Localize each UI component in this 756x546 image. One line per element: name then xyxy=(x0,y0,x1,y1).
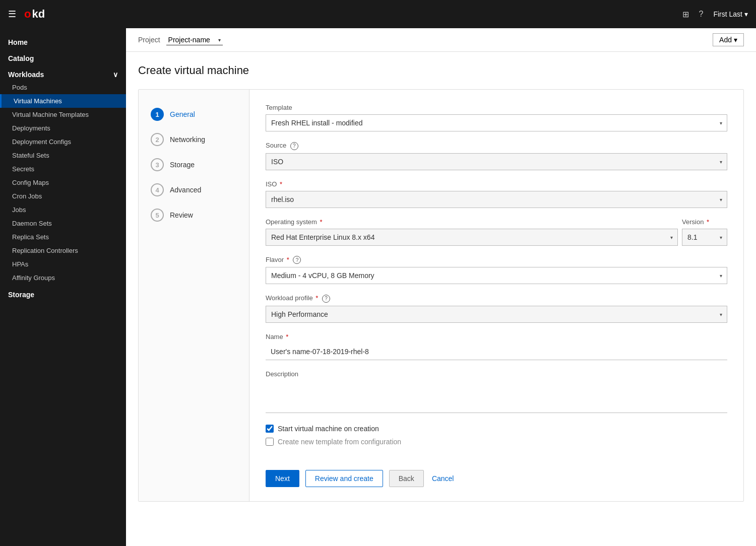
sidebar-item-virtual-machine-templates[interactable]: Virtual Machine Templates xyxy=(0,108,126,121)
wizard-step-4[interactable]: 4Advanced xyxy=(139,177,249,202)
subheader: Project Project-name ▾ Add ▾ xyxy=(126,28,756,52)
iso-select[interactable]: rhel.iso xyxy=(266,191,727,208)
os-select-wrap: Operating system * Red Hat Enterprise Li… xyxy=(266,218,678,246)
wizard-step-3[interactable]: 3Storage xyxy=(139,152,249,177)
name-input[interactable] xyxy=(266,344,727,360)
version-label: Version * xyxy=(682,218,727,226)
description-group: Description xyxy=(266,370,727,415)
template-select-wrap: Fresh RHEL install - modified ▾ xyxy=(266,114,727,131)
add-chevron-icon: ▾ xyxy=(734,36,737,44)
sidebar-item-affinity-groups[interactable]: Affinity Groups xyxy=(0,271,126,285)
topnav: ☰ o kd ⊞ ? First Last ▾ xyxy=(0,0,756,28)
sidebar-item-cron-jobs[interactable]: Cron Jobs xyxy=(0,189,126,203)
checkbox2-group: Create new template from configuration xyxy=(266,438,727,446)
workload-help-icon[interactable]: ? xyxy=(322,295,330,303)
flavor-select-wrap: Medium - 4 vCPU, 8 GB Memory ▾ xyxy=(266,267,727,284)
version-select[interactable]: 8.1 xyxy=(682,229,727,246)
step-label-1: General xyxy=(170,110,195,118)
sidebar-items: PodsVirtual MachinesVirtual Machine Temp… xyxy=(0,81,126,285)
iso-label: ISO * xyxy=(266,180,727,188)
source-select-wrap: ISO ▾ xyxy=(266,153,727,170)
step-circle-3: 3 xyxy=(151,158,164,171)
flavor-select[interactable]: Medium - 4 vCPU, 8 GB Memory xyxy=(266,267,727,284)
sidebar-item-hpas[interactable]: HPAs xyxy=(0,257,126,271)
sidebar-item-deployments[interactable]: Deployments xyxy=(0,121,126,135)
create-template-checkbox[interactable] xyxy=(266,438,274,446)
next-button[interactable]: Next xyxy=(266,470,299,487)
iso-select-wrap: rhel.iso ▾ xyxy=(266,191,727,208)
sidebar-item-secrets[interactable]: Secrets xyxy=(0,162,126,176)
wizard-step-2[interactable]: 2Networking xyxy=(139,127,249,152)
version-select-wrap: Version * 8.1 ▾ xyxy=(682,218,727,246)
start-vm-checkbox[interactable] xyxy=(266,425,274,433)
flavor-help-icon[interactable]: ? xyxy=(293,256,301,264)
logo: o kd xyxy=(24,8,45,21)
sidebar-item-config-maps[interactable]: Config Maps xyxy=(0,176,126,189)
checkbox1-group: Start virtual machine on creation xyxy=(266,425,727,433)
iso-group: ISO * rhel.iso ▾ xyxy=(266,180,727,208)
sidebar-catalog-label: Catalog xyxy=(8,54,34,62)
step-label-5: Review xyxy=(170,211,193,219)
user-menu[interactable]: First Last ▾ xyxy=(713,10,748,18)
os-select[interactable]: Red Hat Enterprise Linux 8.x x64 xyxy=(266,229,678,246)
logo-kd: kd xyxy=(32,8,45,21)
main-content: Project Project-name ▾ Add ▾ Create virt… xyxy=(126,28,756,546)
wizard-step-1[interactable]: 1General xyxy=(139,102,249,127)
back-button[interactable]: Back xyxy=(389,470,424,487)
sidebar-workloads[interactable]: Workloads ∨ xyxy=(0,64,126,81)
step-circle-2: 2 xyxy=(151,133,164,146)
sidebar-item-jobs[interactable]: Jobs xyxy=(0,203,126,217)
os-version-row: Operating system * Red Hat Enterprise Li… xyxy=(266,218,727,246)
user-chevron-icon: ▾ xyxy=(744,10,748,18)
template-group: Template Fresh RHEL install - modified ▾ xyxy=(266,104,727,131)
review-create-button[interactable]: Review and create xyxy=(305,470,383,487)
sidebar-item-deployment-configs[interactable]: Deployment Configs xyxy=(0,135,126,149)
source-label: Source ? xyxy=(266,142,727,150)
flavor-label: Flavor * ? xyxy=(266,256,727,264)
sidebar-item-replica-sets[interactable]: Replica Sets xyxy=(0,230,126,244)
step-circle-5: 5 xyxy=(151,209,164,222)
wizard-body: Template Fresh RHEL install - modified ▾… xyxy=(249,90,743,501)
template-select[interactable]: Fresh RHEL install - modified xyxy=(266,114,727,131)
project-label: Project xyxy=(138,36,160,44)
wizard-footer: Next Review and create Back Cancel xyxy=(266,462,727,487)
source-group: Source ? ISO ▾ xyxy=(266,142,727,170)
topnav-icons: ⊞ ? First Last ▾ xyxy=(682,10,748,19)
description-textarea[interactable] xyxy=(266,381,727,413)
start-vm-label[interactable]: Start virtual machine on creation xyxy=(278,425,379,433)
step-circle-4: 4 xyxy=(151,183,164,196)
sidebar-home-label: Home xyxy=(8,38,28,46)
wizard-step-5[interactable]: 5Review xyxy=(139,202,249,228)
sidebar-catalog[interactable]: Catalog xyxy=(0,48,126,64)
source-help-icon[interactable]: ? xyxy=(290,142,298,150)
version-dropdown-wrap: 8.1 ▾ xyxy=(682,229,727,246)
name-group: Name * xyxy=(266,333,727,360)
sidebar-item-daemon-sets[interactable]: Daemon Sets xyxy=(0,217,126,230)
sidebar-storage[interactable]: Storage xyxy=(0,285,126,301)
sidebar-item-replication-controllers[interactable]: Replication Controllers xyxy=(0,244,126,257)
sidebar-storage-label: Storage xyxy=(8,291,34,299)
create-template-label[interactable]: Create new template from configuration xyxy=(278,438,401,446)
workloads-chevron-icon: ∨ xyxy=(113,71,118,79)
flavor-group: Flavor * ? Medium - 4 vCPU, 8 GB Memory … xyxy=(266,256,727,285)
source-select[interactable]: ISO xyxy=(266,153,727,170)
step-circle-1: 1 xyxy=(151,108,164,121)
add-button[interactable]: Add ▾ xyxy=(713,33,744,46)
help-icon[interactable]: ? xyxy=(699,10,704,19)
hamburger-icon[interactable]: ☰ xyxy=(8,9,16,20)
sidebar: Home Catalog Workloads ∨ PodsVirtual Mac… xyxy=(0,28,126,546)
sidebar-home[interactable]: Home xyxy=(0,32,126,48)
workload-select[interactable]: High Performance xyxy=(266,306,727,323)
user-label: First Last xyxy=(713,10,742,18)
sidebar-item-virtual-machines[interactable]: Virtual Machines xyxy=(0,94,126,108)
cancel-button[interactable]: Cancel xyxy=(430,470,456,487)
workload-select-wrap: High Performance ▾ xyxy=(266,306,727,323)
wizard-steps: 1General2Networking3Storage4Advanced5Rev… xyxy=(139,90,249,501)
project-select[interactable]: Project-name xyxy=(166,35,223,45)
grid-icon[interactable]: ⊞ xyxy=(682,10,689,19)
add-button-label: Add xyxy=(719,36,732,44)
sidebar-item-pods[interactable]: Pods xyxy=(0,81,126,94)
sidebar-item-stateful-sets[interactable]: Stateful Sets xyxy=(0,149,126,162)
description-label: Description xyxy=(266,370,727,378)
os-label: Operating system * xyxy=(266,218,678,226)
